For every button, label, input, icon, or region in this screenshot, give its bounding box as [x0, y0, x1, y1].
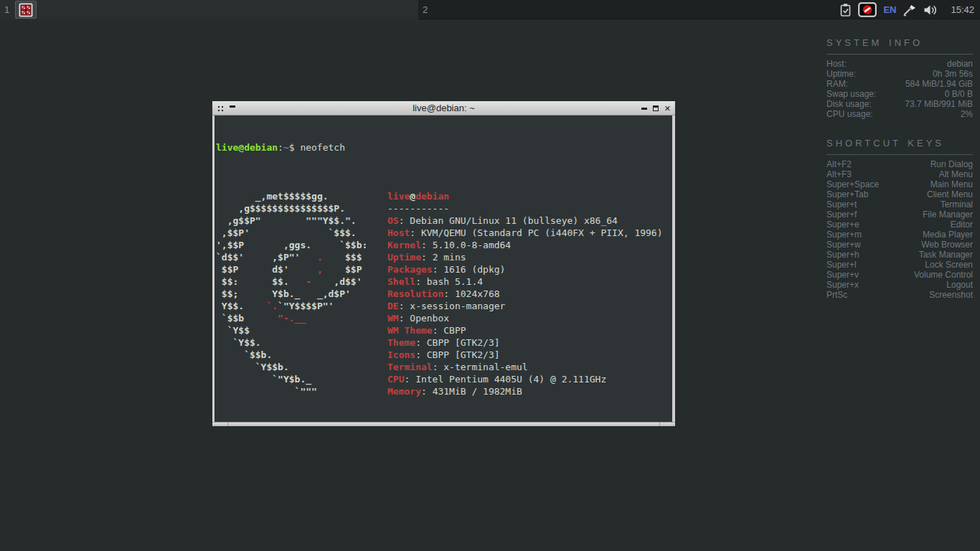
neofetch-info-row: Host: KVM/QEMU (Standard PC (i440FX + PI…	[387, 227, 663, 239]
window-minimize-button[interactable]	[641, 108, 647, 110]
shortcut-key-row: Super+mMedia Player	[826, 230, 973, 240]
terminal-content[interactable]: live@debian:~$neofetch _,met$$$$$gg. ,g$…	[212, 116, 675, 422]
workspace-2-label[interactable]: 2	[418, 4, 432, 15]
shortcut-key-row: Super+hTask Manager	[826, 250, 973, 260]
system-info-row: Host:debian	[826, 59, 973, 69]
command-text: neofetch	[300, 142, 345, 153]
taskbar-terminal-button[interactable]	[15, 1, 37, 19]
shortcut-key-row: Super+SpaceMain Menu	[826, 179, 973, 189]
terminal-app-icon	[19, 3, 33, 17]
system-info-rows: Host:debianUptime:0h 3m 56sRAM:584 MiB/1…	[826, 59, 973, 119]
neofetch-info-row: WM Theme: CBPP	[387, 324, 663, 336]
shortcut-keys-title: SHORTCUT KEYS	[826, 138, 973, 149]
shortcut-key-row: Super+fFile Manager	[826, 209, 973, 220]
shortcut-key-row: Super+wWeb Browser	[826, 240, 973, 250]
window-maximize-button[interactable]	[653, 105, 659, 111]
neofetch-output: _,met$$$$$gg. ,g$$$$$$$$$$$$$$$P. ,g$$P"…	[216, 190, 672, 397]
neofetch-underline: -----------	[387, 202, 663, 215]
neofetch-title: live@debian	[387, 190, 663, 202]
neofetch-info-row: Packages: 1616 (dpkg)	[387, 263, 663, 276]
volume-icon[interactable]	[923, 4, 938, 16]
neofetch-info-row: Terminal: x-terminal-emul	[387, 361, 663, 373]
shortcut-key-row: Alt+F3Alt Menu	[826, 169, 973, 179]
neofetch-info-row: Theme: CBPP [GTK2/3]	[387, 336, 663, 349]
system-info-row: Uptime:0h 3m 56s	[826, 69, 973, 79]
window-close-button[interactable]: ✕	[664, 105, 671, 113]
prompt-line-top: live@debian:~$neofetch	[216, 141, 672, 154]
prompt-colon: :	[278, 142, 283, 153]
neofetch-info-row: CPU: Intel Pentium 4405U (4) @ 2.111GHz	[387, 373, 663, 385]
no-entry-icon[interactable]	[858, 2, 877, 17]
prompt-user-host: live@debian	[216, 142, 278, 153]
neofetch-info-row: Shell: bash 5.1.4	[387, 276, 663, 288]
taskbar-desktop-2[interactable]: 2	[418, 0, 837, 19]
system-tray: EN 15:42	[839, 0, 980, 19]
shortcut-key-row: Super+eEditor	[826, 220, 973, 230]
neofetch-info-row: Icons: CBPP [GTK2/3]	[387, 349, 663, 361]
shortcut-key-row: Super+vVolume Control	[826, 270, 973, 280]
system-info-row: Disk usage:73.7 MiB/991 MiB	[826, 99, 973, 109]
neofetch-info-row: Memory: 431MiB / 1982MiB	[387, 385, 663, 397]
neofetch-info-row: WM: Openbox	[387, 312, 663, 324]
conky-divider	[826, 154, 973, 155]
neofetch-info-row: DE: x-session-manager	[387, 300, 663, 312]
neofetch-info-row: OS: Debian GNU/Linux 11 (bullseye) x86_6…	[387, 215, 663, 227]
top-panel: 1 2	[0, 0, 980, 19]
neofetch-info-row: Kernel: 5.10.0-8-amd64	[387, 239, 663, 251]
shortcut-key-row: PrtScScreenshot	[826, 290, 973, 300]
neofetch-info-row: Resolution: 1024x768	[387, 288, 663, 300]
neofetch-ascii-art: _,met$$$$$gg. ,g$$$$$$$$$$$$$$$P. ,g$$P"…	[216, 190, 367, 397]
terminal-window: live@debian: ~ ✕ live@debian:~$neofetch …	[212, 101, 675, 426]
clipboard-icon[interactable]	[839, 3, 852, 17]
workspace-1-label[interactable]: 1	[0, 4, 14, 15]
shortcut-key-row: Super+lLock Screen	[826, 260, 973, 270]
keyboard-layout-indicator[interactable]: EN	[883, 4, 896, 15]
conky-widget: SYSTEM INFO Host:debianUptime:0h 3m 56sR…	[826, 37, 973, 300]
neofetch-info: live@debian-----------OS: Debian GNU/Lin…	[387, 190, 663, 397]
window-resize-handle[interactable]	[212, 422, 675, 426]
shortcut-keys-rows: Alt+F2Run DialogAlt+F3Alt MenuSuper+Spac…	[826, 159, 973, 300]
window-title: live@debian: ~	[212, 103, 675, 113]
system-info-row: RAM:584 MiB/1.94 GiB	[826, 79, 973, 89]
panel-clock[interactable]: 15:42	[945, 4, 974, 15]
system-info-row: CPU usage:2%	[826, 109, 973, 119]
system-info-row: Swap usage:0 B/0 B	[826, 89, 973, 99]
shortcut-key-row: Super+tTerminal	[826, 199, 973, 209]
shortcut-key-row: Super+xLogout	[826, 280, 973, 290]
prompt-dollar: $	[289, 142, 295, 153]
conky-system-info-section: SYSTEM INFO Host:debianUptime:0h 3m 56sR…	[826, 37, 973, 119]
window-shade-button[interactable]	[230, 105, 235, 111]
conky-divider	[826, 54, 973, 55]
taskbar-desktop-1: 1	[0, 0, 418, 19]
window-menu-icon[interactable]	[218, 106, 223, 111]
system-info-title: SYSTEM INFO	[826, 37, 973, 48]
terminal-titlebar[interactable]: live@debian: ~ ✕	[212, 101, 675, 116]
shortcut-key-row: Alt+F2Run Dialog	[826, 159, 973, 169]
shortcut-key-row: Super+TabClient Menu	[826, 189, 973, 199]
prompt-path: ~	[283, 142, 289, 153]
neofetch-info-row: Uptime: 2 mins	[387, 251, 663, 263]
conky-shortcut-keys-section: SHORTCUT KEYS Alt+F2Run DialogAlt+F3Alt …	[826, 138, 973, 300]
brush-icon[interactable]	[903, 4, 917, 17]
